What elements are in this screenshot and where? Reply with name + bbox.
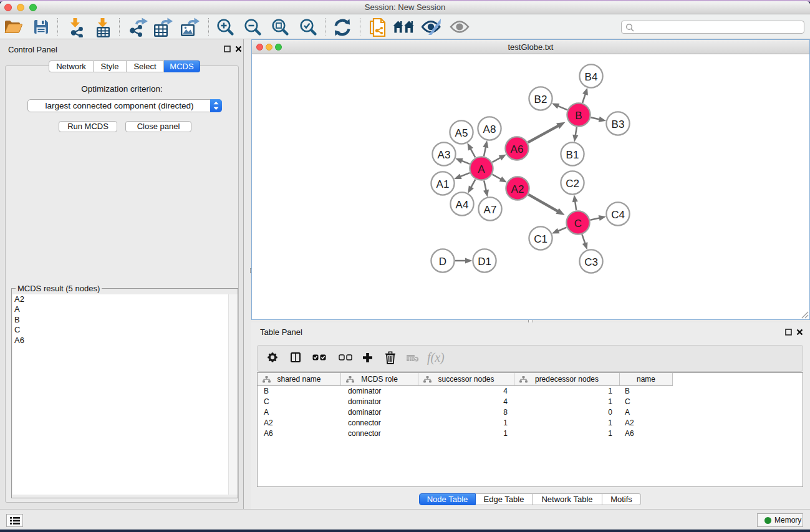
svg-text:D: D (439, 256, 446, 268)
svg-text:C: C (574, 218, 582, 230)
svg-text:A8: A8 (483, 123, 496, 135)
svg-text:A2: A2 (511, 183, 524, 195)
svg-text:A4: A4 (456, 199, 469, 211)
svg-text:A6: A6 (511, 143, 524, 155)
svg-text:A1: A1 (436, 178, 450, 190)
svg-text:C4: C4 (611, 209, 625, 221)
svg-text:C3: C3 (584, 256, 598, 268)
svg-text:B1: B1 (566, 149, 579, 161)
svg-text:D1: D1 (478, 256, 491, 268)
svg-text:A7: A7 (484, 204, 497, 216)
svg-text:C1: C1 (534, 233, 547, 245)
svg-text:B3: B3 (612, 118, 625, 130)
svg-text:A5: A5 (455, 127, 468, 139)
svg-text:B4: B4 (585, 71, 598, 83)
svg-text:A3: A3 (438, 149, 451, 161)
svg-text:B2: B2 (534, 94, 547, 105)
svg-text:C2: C2 (566, 178, 579, 190)
svg-text:B: B (575, 110, 582, 122)
svg-text:A: A (478, 163, 485, 175)
